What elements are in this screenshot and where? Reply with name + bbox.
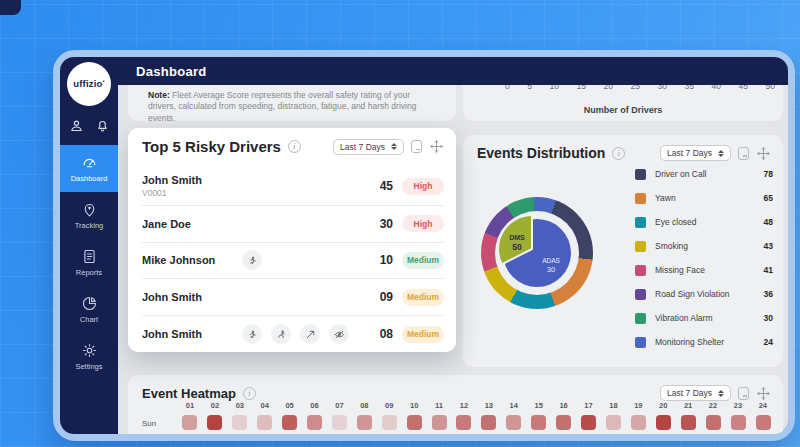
legend-item[interactable]: Driver on Call 78 (635, 162, 773, 186)
heatmap-cell (631, 415, 646, 430)
export-doc-icon[interactable] (738, 387, 749, 400)
legend-item[interactable]: Vibration Alarm 30 (635, 306, 773, 330)
events-distribution-title: Events Distribution (477, 145, 605, 161)
driver-row[interactable]: Jane Doe 30 High (142, 205, 444, 242)
gear-icon (81, 342, 98, 359)
risk-score: 45 (380, 179, 393, 193)
risk-score: 10 (380, 253, 393, 267)
report-icon (81, 248, 98, 265)
legend-label: Missing Face (655, 265, 764, 275)
legend-item[interactable]: Monitoring Shelter 24 (635, 330, 773, 354)
period-dropdown[interactable]: Last 7 Days (660, 385, 731, 401)
legend-swatch (635, 289, 646, 300)
legend-label: Vibration Alarm (655, 313, 764, 323)
chevron-updown-icon (718, 150, 724, 157)
pin-icon (81, 201, 98, 218)
move-icon[interactable] (756, 146, 771, 161)
speedometer-icon (81, 154, 98, 171)
legend-swatch (635, 241, 646, 252)
sidebar-item-chart[interactable]: Chart (60, 286, 118, 333)
dms-value: 50 (512, 242, 522, 252)
info-icon[interactable]: i (243, 387, 256, 400)
heatmap-cell (407, 415, 422, 430)
legend-value: 24 (764, 337, 773, 347)
dms-label: DMS (509, 234, 525, 241)
eye-off-event-icon[interactable] (329, 324, 349, 344)
hour-label: 23 (730, 401, 746, 410)
bell-icon[interactable] (95, 118, 110, 133)
events-donut-chart: DMS 50 ADAS 30 (481, 197, 593, 309)
driver-row[interactable]: Mike Johnson 10 Medium (142, 242, 444, 279)
legend-value: 48 (764, 217, 773, 227)
risk-level-badge: Medium (402, 289, 444, 306)
export-doc-icon[interactable] (411, 140, 422, 153)
hour-label: 19 (630, 401, 646, 410)
legend-item[interactable]: Eye closed 48 (635, 210, 773, 234)
legend-item[interactable]: Road Sign Violation 36 (635, 282, 773, 306)
figure-2-event-icon[interactable] (271, 324, 291, 344)
info-icon[interactable]: i (288, 140, 301, 153)
legend-swatch (635, 193, 646, 204)
risk-score: 08 (380, 327, 393, 341)
uffizio-logo[interactable]: uffizio (67, 62, 111, 106)
driver-row[interactable]: John Smith V0001 45 High (142, 168, 444, 205)
legend-swatch (635, 217, 646, 228)
sidebar-item-reports[interactable]: Reports (60, 239, 118, 286)
legend-swatch (635, 169, 646, 180)
event-heatmap-card: Event Heatmap i Last 7 Days 010203040506… (128, 375, 783, 434)
legend-label: Smoking (655, 241, 764, 251)
driver-row[interactable]: John Smith 08 Medium (142, 315, 444, 352)
move-icon[interactable] (429, 139, 444, 154)
pie-icon (81, 295, 98, 312)
heatmap-cell (332, 415, 347, 430)
legend-value: 78 (764, 169, 773, 179)
heatmap-cell (531, 415, 546, 430)
legend-value: 41 (764, 265, 773, 275)
heatmap-cell (182, 415, 197, 430)
hour-label: 16 (556, 401, 572, 410)
bell-icon (95, 118, 110, 133)
figure-icon (247, 329, 258, 340)
driver-name: Jane Doe (142, 218, 191, 230)
hour-label: 22 (705, 401, 721, 410)
figure-event-icon[interactable] (242, 324, 262, 344)
driver-row[interactable]: John Smith 09 Medium (142, 278, 444, 315)
sidebar-item-dashboard[interactable]: Dashboard (60, 145, 118, 192)
legend-label: Driver on Call (655, 169, 764, 179)
legend-label: Yawn (655, 193, 764, 203)
move-icon (429, 139, 444, 154)
trend-arrow-event-icon[interactable] (300, 324, 320, 344)
heatmap-cell (731, 415, 746, 430)
heatmap-day-label: Sun (142, 419, 156, 428)
move-icon[interactable] (756, 386, 771, 401)
legend-item[interactable]: Smoking 43 (635, 234, 773, 258)
legend-swatch (635, 313, 646, 324)
x-axis-label: Number of Drivers (463, 105, 783, 115)
hour-label: 06 (307, 401, 323, 410)
hour-label: 17 (581, 401, 597, 410)
legend-value: 30 (764, 313, 773, 323)
sidebar-item-tracking[interactable]: Tracking (60, 192, 118, 239)
figure-event-icon[interactable] (242, 250, 262, 270)
hour-label: 21 (680, 401, 696, 410)
period-dropdown[interactable]: Last 7 Days (333, 139, 404, 155)
chevron-updown-icon (391, 143, 397, 150)
hour-label: 01 (182, 401, 198, 410)
info-icon[interactable]: i (612, 147, 625, 160)
hour-label: 09 (381, 401, 397, 410)
legend-item[interactable]: Yawn 65 (635, 186, 773, 210)
hour-label: 08 (356, 401, 372, 410)
sidebar-item-settings[interactable]: Settings (60, 333, 118, 380)
export-doc-icon[interactable] (738, 147, 749, 160)
legend-item[interactable]: Missing Face 41 (635, 258, 773, 282)
user-icon (69, 118, 84, 133)
period-dropdown[interactable]: Last 7 Days (660, 145, 731, 161)
user-icon[interactable] (69, 118, 84, 133)
legend-label: Road Sign Violation (655, 289, 764, 299)
risk-score: 09 (380, 290, 393, 304)
driver-name: John Smith (142, 291, 202, 303)
legend-label: Eye closed (655, 217, 764, 227)
note-label: Note: (148, 90, 170, 100)
hour-label: 24 (755, 401, 771, 410)
hour-label: 11 (431, 401, 447, 410)
